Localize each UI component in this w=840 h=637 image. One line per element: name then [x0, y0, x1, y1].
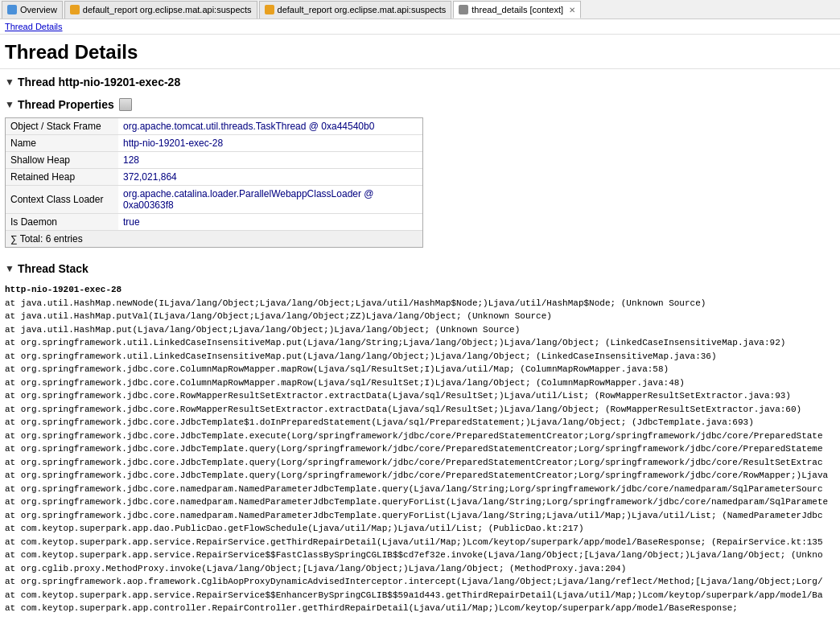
stack-line: at com.keytop.superpark.app.dao.PublicDa… — [5, 522, 835, 536]
thread-section-label: Thread http-nio-19201-exec-28 — [18, 76, 180, 88]
table-row: Is Daemontrue — [6, 214, 422, 231]
stack-line: at java.util.HashMap.newNode(ILjava/lang… — [5, 297, 835, 310]
stack-line: at org.cglib.proxy.MethodProxy.invoke(Lj… — [5, 562, 835, 576]
stack-line: at org.springframework.jdbc.core.JdbcTem… — [5, 416, 835, 429]
tab-report1[interactable]: default_report org.eclipse.mat.api:suspe… — [64, 1, 257, 18]
prop-value: 128 — [118, 152, 422, 169]
properties-section-label: Thread Properties — [18, 98, 114, 111]
table-row: Retained Heap372,021,864 — [6, 169, 422, 186]
tab-close-icon[interactable]: ✕ — [569, 6, 575, 14]
thread-stack-section: ▼ Thread Stack http-nio-19201-exec-28 at… — [0, 256, 840, 620]
stack-line: at java.util.HashMap.put(Ljava/lang/Obje… — [5, 323, 835, 337]
stack-section-label: Thread Stack — [18, 262, 89, 275]
stack-line: at org.springframework.jdbc.core.ColumnM… — [5, 376, 835, 390]
prop-key: Name — [6, 135, 118, 152]
stack-line: at org.springframework.jdbc.core.ColumnM… — [5, 363, 835, 376]
overview-icon — [7, 5, 17, 14]
tab-overview[interactable]: Overview — [2, 1, 63, 18]
stack-section-header: ▼ Thread Stack — [0, 256, 840, 278]
stack-line: at org.springframework.jdbc.core.namedpa… — [5, 483, 835, 496]
stack-line: at com.keytop.superpark.app.service.Repa… — [5, 549, 835, 562]
tab-report2[interactable]: default_report org.eclipse.mat.api:suspe… — [259, 1, 452, 18]
tab-bar: Overview default_report org.eclipse.mat.… — [0, 0, 840, 19]
properties-section-header: ▼ Thread Properties — [0, 92, 840, 114]
thread-collapse-arrow[interactable]: ▼ — [5, 76, 14, 88]
stack-line: at org.springframework.jdbc.core.RowMapp… — [5, 403, 835, 417]
report2-icon — [265, 5, 274, 14]
stack-line: at org.springframework.util.LinkedCaseIn… — [5, 336, 835, 350]
prop-value: org.apache.tomcat.util.threads.TaskThrea… — [118, 118, 422, 135]
prop-value — [118, 231, 422, 248]
stack-line: http-nio-19201-exec-28 — [5, 283, 835, 297]
thread-icon — [459, 5, 468, 14]
stack-line: at com.keytop.superpark.app.service.Repa… — [5, 589, 835, 602]
prop-key: ∑ Total: 6 entries — [6, 231, 118, 248]
stack-line: at org.springframework.aop.framework.Cgl… — [5, 575, 835, 589]
stack-line: at org.springframework.jdbc.core.namedpa… — [5, 495, 835, 509]
page-title: Thread Details — [0, 35, 840, 69]
table-row: Context Class Loaderorg.apache.catalina.… — [6, 186, 422, 214]
stack-content: http-nio-19201-exec-28 at java.util.Hash… — [0, 278, 840, 620]
stack-line: at java.util.HashMap.putVal(ILjava/lang/… — [5, 310, 835, 323]
prop-value: 372,021,864 — [118, 169, 422, 186]
table-row: Namehttp-nio-19201-exec-28 — [6, 135, 422, 152]
prop-value: org.apache.catalina.loader.ParallelWebap… — [118, 186, 422, 214]
stack-line: at com.keytop.superpark.app.controller.R… — [5, 602, 835, 615]
stack-collapse-arrow[interactable]: ▼ — [5, 263, 14, 274]
tab-thread[interactable]: thread_details [context] ✕ — [453, 1, 581, 18]
report1-icon — [70, 5, 80, 14]
thread-section-header: ▼ Thread http-nio-19201-exec-28 — [0, 69, 840, 92]
properties-collapse-arrow[interactable]: ▼ — [5, 99, 14, 110]
prop-key: Object / Stack Frame — [6, 118, 118, 135]
stack-line: at org.springframework.jdbc.core.JdbcTem… — [5, 429, 835, 443]
table-row: ∑ Total: 6 entries — [6, 231, 422, 248]
stack-line: at org.springframework.jdbc.core.JdbcTem… — [5, 456, 835, 470]
stack-line: at org.springframework.jdbc.core.RowMapp… — [5, 389, 835, 403]
table-row: Object / Stack Frameorg.apache.tomcat.ut… — [6, 118, 422, 135]
properties-table-container: Object / Stack Frameorg.apache.tomcat.ut… — [5, 117, 423, 248]
properties-export-icon[interactable] — [119, 98, 132, 111]
table-row: Shallow Heap128 — [6, 152, 422, 169]
stack-line: at org.springframework.jdbc.core.JdbcTem… — [5, 442, 835, 456]
stack-line: at org.springframework.jdbc.core.namedpa… — [5, 509, 835, 523]
prop-key: Retained Heap — [6, 169, 118, 186]
stack-line: at org.springframework.jdbc.core.JdbcTem… — [5, 469, 835, 483]
stack-line: at org.springframework.util.LinkedCaseIn… — [5, 350, 835, 364]
prop-key: Is Daemon — [6, 214, 118, 231]
stack-line: at com.keytop.superpark.app.service.Repa… — [5, 536, 835, 549]
prop-value: http-nio-19201-exec-28 — [118, 135, 422, 152]
prop-value: true — [118, 214, 422, 231]
breadcrumb[interactable]: Thread Details — [0, 19, 840, 35]
prop-key: Shallow Heap — [6, 152, 118, 169]
prop-key: Context Class Loader — [6, 186, 118, 214]
properties-table: Object / Stack Frameorg.apache.tomcat.ut… — [6, 118, 422, 247]
